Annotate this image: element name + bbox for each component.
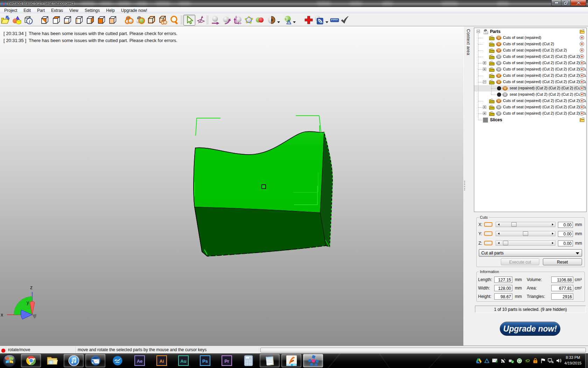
scale-part-button[interactable] — [233, 15, 242, 25]
cut-axis-slider[interactable] — [496, 231, 555, 236]
slider-right-arrow[interactable] — [550, 231, 555, 236]
splitter-grip[interactable] — [464, 181, 465, 191]
eye-orange-icon[interactable] — [502, 86, 508, 91]
view-isometric-button[interactable] — [40, 15, 49, 25]
eye-orange-icon[interactable] — [496, 73, 502, 79]
show-desktop-button[interactable] — [585, 353, 588, 368]
zoom-to-parts-button[interactable] — [125, 15, 134, 25]
tree-item-cuts[interactable]: Cuts of seat (repaired) (Cut 2) (Cut 2) — [474, 47, 586, 54]
tree-item-cuts[interactable]: Cuts of seat (repaired) (Cut 2) (Cut 2) … — [474, 60, 586, 66]
zoom-to-selected-button[interactable] — [136, 15, 145, 25]
upgrade-now-button[interactable]: Upgrade now! — [500, 322, 560, 336]
measure-button[interactable] — [330, 15, 339, 25]
tree-root-parts[interactable]: Parts — [474, 28, 586, 35]
cut-part-button[interactable] — [267, 15, 276, 25]
eye-orange-icon[interactable] — [496, 41, 502, 47]
zoom-to-all-button[interactable] — [159, 15, 168, 25]
remove-part-icon[interactable] — [580, 80, 584, 84]
taskbar-openoffice[interactable] — [107, 354, 127, 367]
support-structures-dropdown-caret[interactable] — [326, 19, 328, 21]
remove-part-icon[interactable] — [580, 48, 584, 53]
boolean-operation-button[interactable] — [255, 15, 264, 25]
restore-button[interactable] — [561, 0, 570, 6]
tree-item-seat[interactable]: seat (repaired) (Cut 2) (Cut 2) (Cut 2) … — [474, 85, 586, 91]
move-part-button[interactable] — [211, 15, 220, 25]
cut-mode-dropdown[interactable]: Cut all parts — [479, 249, 582, 257]
tree-item-cuts[interactable]: Cuts of seat (repaired) (Cut 2) (Cut 2) … — [474, 110, 586, 117]
tree-item-cuts[interactable]: Cuts of seat (repaired) — [474, 35, 586, 41]
remove-part-icon[interactable] — [580, 105, 584, 110]
tray-satellite-dish-icon[interactable] — [500, 358, 506, 363]
zoom-button[interactable] — [170, 15, 179, 25]
load-folder-icon[interactable] — [580, 117, 584, 122]
eye-gray-icon[interactable] — [502, 92, 508, 97]
menu-upgrade-now[interactable]: Upgrade now! — [118, 7, 150, 14]
remove-part-icon[interactable] — [580, 42, 584, 47]
tray-nvidia-icon[interactable] — [525, 358, 530, 363]
taskbar-photoshop[interactable]: Ps — [195, 354, 215, 367]
tray-network-icon[interactable] — [548, 358, 554, 363]
tree-item-cuts[interactable]: Cuts of seat (repaired) (Cut 2) (Cut 2) … — [474, 79, 586, 85]
repair-part-button[interactable] — [283, 15, 292, 25]
load-folder-icon[interactable] — [580, 29, 584, 34]
menu-edit[interactable]: Edit — [20, 7, 34, 14]
cut-axis-value[interactable] — [558, 240, 573, 246]
taskbar-illustrator[interactable]: Ai — [152, 354, 172, 367]
taskbar-chrome[interactable] — [21, 354, 41, 367]
taskbar-explorer[interactable] — [42, 354, 62, 367]
slider-right-arrow[interactable] — [550, 241, 555, 245]
select-parts-button[interactable] — [185, 15, 194, 25]
remove-part-icon[interactable] — [580, 67, 584, 72]
taskbar-audition[interactable]: Au — [173, 354, 193, 367]
tray-action-flag-icon[interactable] — [540, 358, 545, 363]
tray-mail-download-icon[interactable] — [492, 359, 498, 363]
menu-extras[interactable]: Extras — [48, 7, 66, 14]
cut-axis-value[interactable] — [558, 231, 573, 237]
eye-orange-icon[interactable] — [496, 48, 502, 53]
tray-delta-blue-icon[interactable] — [484, 358, 490, 363]
open-project-button[interactable] — [1, 15, 10, 25]
view-top-button[interactable] — [52, 15, 61, 25]
part-info-button[interactable]: i — [24, 15, 33, 25]
eye-orange-icon[interactable] — [496, 35, 502, 41]
menu-view[interactable]: View — [66, 7, 82, 14]
tree-item-cuts[interactable]: Cuts of seat (repaired) (Cut 2) — [474, 41, 586, 47]
slider-left-arrow[interactable] — [496, 222, 501, 227]
eye-orange-icon[interactable] — [496, 98, 502, 104]
rotate-view-button[interactable] — [196, 15, 205, 25]
tree-item-cuts[interactable]: Cuts of seat (repaired) (Cut 2) (Cut 2) … — [474, 54, 586, 60]
add-part-button[interactable] — [12, 15, 21, 25]
tray-sync-green-icon[interactable] — [517, 358, 522, 363]
tree-expander-plus[interactable] — [483, 112, 486, 115]
remove-part-icon[interactable] — [580, 98, 584, 103]
tray-drive-triangle-icon[interactable] — [476, 358, 482, 363]
remove-part-icon[interactable] — [580, 86, 584, 91]
validate-button[interactable] — [340, 15, 349, 25]
slider-thumb[interactable] — [511, 222, 517, 227]
slider-thumb[interactable] — [503, 241, 508, 245]
remove-part-icon[interactable] — [580, 92, 584, 97]
taskbar-after-effects[interactable]: Ae — [130, 354, 149, 367]
taskbar-calculator[interactable]: 0 — [238, 354, 258, 367]
menu-settings[interactable]: Settings — [82, 7, 103, 14]
cut-axis-slider[interactable] — [496, 222, 555, 227]
eye-gray-icon[interactable] — [496, 67, 502, 72]
tree-item-cuts[interactable]: Cuts of seat (repaired) (Cut 2) (Cut 2) … — [474, 104, 586, 110]
eye-gray-icon[interactable] — [496, 111, 502, 116]
minimize-button[interactable] — [551, 0, 561, 6]
rotate-part-button[interactable] — [222, 15, 231, 25]
tree-item-cuts[interactable]: Cuts of seat (repaired) (Cut 2) (Cut 2) … — [474, 73, 586, 79]
menu-project[interactable]: Project — [1, 7, 20, 14]
eye-gray-icon[interactable] — [496, 104, 502, 110]
cut-axis-toggle[interactable] — [484, 231, 492, 236]
seat-model-3d[interactable] — [0, 26, 463, 346]
tree-expander-plus[interactable] — [483, 68, 486, 71]
start-button[interactable] — [3, 354, 16, 367]
viewport-3d[interactable]: [ 20:31:34 ] There has been some issues … — [0, 26, 463, 346]
remove-part-icon[interactable] — [580, 35, 584, 40]
add-repair-button[interactable] — [304, 15, 313, 25]
tray-usb-eject-icon[interactable] — [509, 358, 514, 363]
repair-part-dropdown-caret[interactable] — [293, 19, 296, 21]
eye-gray-icon[interactable] — [496, 54, 502, 60]
slider-right-arrow[interactable] — [550, 222, 555, 227]
